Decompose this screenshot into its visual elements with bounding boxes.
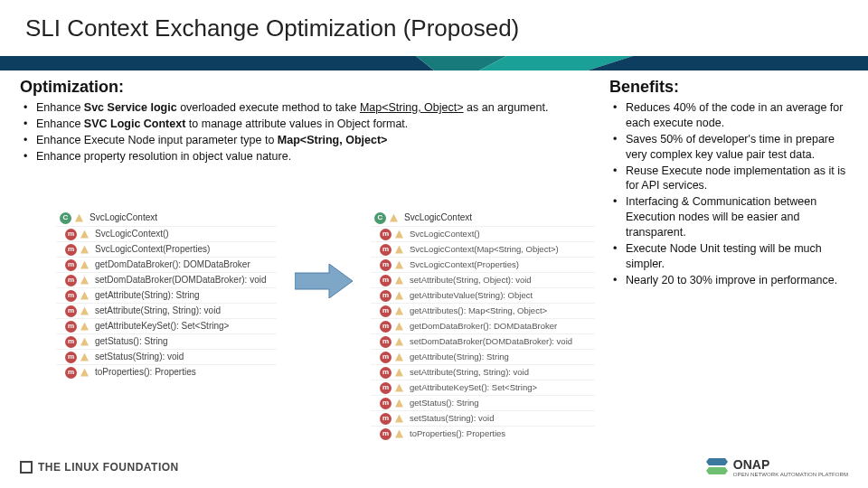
svg-marker-6 (706, 467, 728, 474)
type-icon (80, 369, 89, 377)
class-name: SvcLogicContext (404, 211, 472, 224)
benefits-item: Reuse Execute node implementation as it … (609, 164, 848, 194)
method-signature: SvcLogicContext() (410, 228, 480, 240)
method-row: mgetDomDataBroker(): DOMDataBroker (371, 318, 595, 333)
method-signature: getDomDataBroker(): DOMDataBroker (410, 320, 557, 333)
type-icon (80, 323, 89, 331)
class-panel-after: CSvcLogicContextmSvcLogicContext()mSvcLo… (371, 210, 595, 441)
type-icon (395, 384, 403, 392)
method-badge-icon: m (380, 336, 392, 348)
benefits-item: Execute Node Unit testing will be much s… (609, 241, 848, 272)
optimization-item: Enhance property resolution in object va… (20, 149, 599, 164)
method-badge-icon: m (380, 367, 392, 379)
onap-logo: ONAP OPEN NETWORK AUTOMATION PLATFORM (706, 457, 848, 477)
method-row: mSvcLogicContext(Properties) (371, 257, 595, 272)
method-badge-icon: m (65, 259, 77, 271)
method-signature: setDomDataBroker(DOMDataBroker): void (95, 274, 267, 286)
method-row: mgetAttributeKeySet(): Set<String> (371, 380, 595, 395)
method-signature: setStatus(String): void (410, 412, 494, 425)
method-badge-icon: m (65, 321, 77, 333)
method-row: msetDomDataBroker(DOMDataBroker): void (56, 272, 277, 287)
type-icon (395, 230, 403, 239)
method-badge-icon: m (65, 275, 77, 286)
benefits-item: Interfacing & Communication between Exec… (609, 194, 848, 240)
method-signature: toProperties(): Properties (410, 427, 505, 440)
svg-marker-3 (588, 56, 868, 70)
method-row: mgetStatus(): String (371, 395, 595, 410)
optimization-item: Enhance SVC Logic Context to manage attr… (20, 117, 599, 132)
method-row: mgetDomDataBroker(): DOMDataBroker (56, 257, 277, 272)
method-signature: getAttributes(): Map<String, Object> (410, 305, 547, 317)
type-icon (80, 353, 89, 361)
method-badge-icon: m (65, 229, 77, 240)
method-signature: setStatus(String): void (95, 351, 184, 363)
slide-title: SLI Context Exchange Optimization (Propo… (25, 14, 868, 42)
type-icon (395, 277, 403, 285)
onap-icon (706, 458, 728, 476)
method-row: mgetAttributes(): Map<String, Object> (371, 303, 595, 318)
benefits-item: Saves 50% of developer's time in prepare… (609, 132, 848, 163)
class-badge-icon: C (60, 212, 71, 224)
class-panel-before: CSvcLogicContextmSvcLogicContext()mSvcLo… (56, 210, 277, 380)
type-icon (395, 353, 403, 361)
method-badge-icon: m (380, 244, 392, 256)
method-badge-icon: m (65, 244, 77, 256)
type-icon (395, 369, 403, 377)
method-badge-icon: m (380, 259, 392, 271)
svg-marker-0 (0, 56, 434, 70)
method-signature: getAttributeKeySet(): Set<String> (95, 320, 229, 333)
method-signature: getStatus(): String (410, 397, 479, 409)
method-signature: SvcLogicContext(Map<String, Object>) (410, 243, 559, 256)
method-row: mSvcLogicContext() (371, 226, 595, 241)
method-signature: setAttribute(String, String): void (410, 366, 529, 379)
method-row: msetAttribute(String, Object): void (371, 272, 595, 287)
method-signature: getStatus(): String (95, 335, 168, 348)
benefits-column: Benefits: Reduces 40% of the code in an … (609, 78, 848, 289)
method-signature: setDomDataBroker(DOMDataBroker): void (410, 335, 572, 348)
optimization-list: Enhance Svc Service logic overloaded exe… (20, 100, 599, 164)
method-signature: getAttribute(String): String (95, 289, 200, 302)
type-icon (395, 323, 403, 331)
method-badge-icon: m (65, 352, 77, 363)
method-badge-icon: m (65, 290, 77, 302)
svg-marker-4 (295, 264, 353, 298)
svg-marker-5 (706, 458, 728, 465)
optimization-item: Enhance Execute Node input parameter typ… (20, 133, 599, 148)
method-row: mSvcLogicContext(Properties) (56, 241, 277, 257)
method-row: msetStatus(String): void (371, 410, 595, 426)
linux-foundation-logo: THE LINUX FOUNDATION (20, 461, 179, 474)
arrow-icon (295, 264, 353, 298)
method-row: msetAttribute(String, String): void (56, 303, 277, 318)
method-signature: setAttribute(String, String): void (95, 305, 221, 317)
method-badge-icon: m (380, 229, 392, 240)
optimization-heading: Optimization: (20, 78, 599, 97)
type-icon (80, 230, 89, 239)
method-row: msetDomDataBroker(DOMDataBroker): void (371, 333, 595, 349)
class-diagram: CSvcLogicContextmSvcLogicContext()mSvcLo… (56, 210, 595, 441)
type-icon (395, 338, 403, 346)
type-icon (80, 307, 89, 315)
type-icon (80, 292, 89, 300)
method-row: msetAttribute(String, String): void (371, 364, 595, 380)
class-badge-icon: C (374, 212, 386, 224)
method-row: msetStatus(String): void (56, 349, 277, 364)
type-icon (395, 430, 403, 438)
benefits-list: Reduces 40% of the code in an average fo… (609, 100, 848, 288)
class-name: SvcLogicContext (90, 211, 157, 224)
method-badge-icon: m (380, 428, 392, 440)
type-icon (80, 338, 89, 346)
method-badge-icon: m (380, 275, 392, 286)
lf-text: THE LINUX FOUNDATION (38, 461, 179, 474)
method-signature: SvcLogicContext() (95, 228, 169, 240)
type-icon (80, 261, 89, 269)
method-badge-icon: m (380, 398, 392, 409)
method-row: mtoProperties(): Properties (371, 426, 595, 441)
onap-text: ONAP (733, 457, 848, 472)
type-icon (390, 214, 398, 222)
method-badge-icon: m (380, 305, 392, 317)
method-badge-icon: m (65, 336, 77, 348)
method-signature: SvcLogicContext(Properties) (95, 243, 210, 256)
benefits-heading: Benefits: (609, 78, 848, 97)
method-badge-icon: m (380, 290, 392, 302)
benefits-item: Nearly 20 to 30% improve in performance. (609, 273, 848, 288)
